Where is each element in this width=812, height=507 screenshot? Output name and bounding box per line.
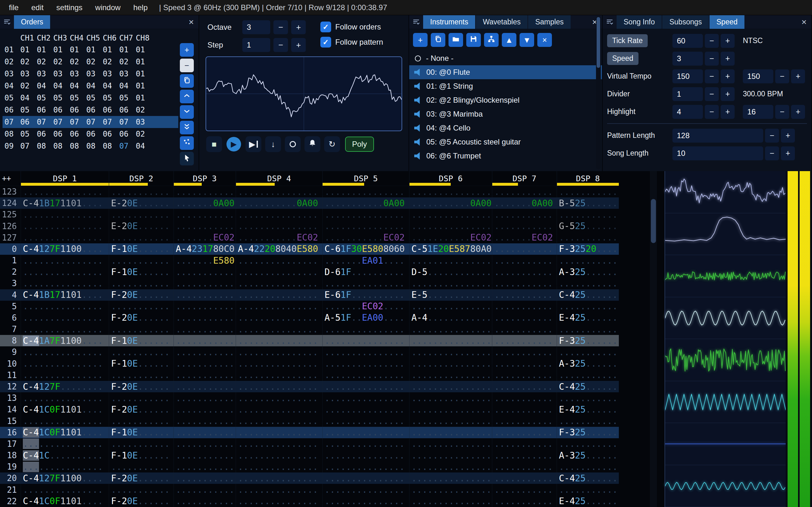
pattern-cell[interactable]: ........... <box>173 186 236 198</box>
order-move-down-button[interactable] <box>180 105 194 119</box>
pattern-cell[interactable]: ............... <box>409 484 492 495</box>
pattern-cell[interactable]: ........... <box>173 496 236 507</box>
song-length-input[interactable]: 10 <box>672 147 763 160</box>
pattern-cell[interactable]: ............... <box>236 358 322 370</box>
pattern-cell[interactable]: C-51E20E58780A0 <box>409 243 492 255</box>
pattern-cell[interactable]: ........... <box>557 232 619 243</box>
pattern-cell[interactable]: ........... <box>492 496 557 507</box>
pattern-cell[interactable]: ........... <box>173 278 236 289</box>
pattern-cell[interactable]: ............... <box>236 209 322 220</box>
pattern-cell[interactable]: ............... <box>236 415 322 427</box>
divider-increase-button[interactable]: + <box>721 87 734 101</box>
pattern-cell[interactable]: ........... <box>173 312 236 324</box>
pattern-cell[interactable]: G-525...... <box>557 221 619 232</box>
pattern-cell[interactable]: ............... <box>236 472 322 484</box>
pattern-cell[interactable]: ...........EC02 <box>409 232 492 243</box>
pattern-cell[interactable]: E-425...... <box>557 404 619 415</box>
order-deep-clone-button[interactable] <box>180 136 194 150</box>
pattern-cell[interactable]: ............... <box>20 232 109 243</box>
pattern-cell[interactable]: ............... <box>236 278 322 289</box>
pattern-length-decrease-button[interactable]: − <box>765 129 779 143</box>
pattern-cell[interactable]: ............... <box>322 438 409 450</box>
highlight-decrease-button[interactable]: − <box>705 105 719 119</box>
pattern-cell[interactable]: ............... <box>20 324 109 335</box>
channel-header-dsp-7[interactable]: DSP 7 <box>492 171 557 186</box>
speed-input[interactable]: 3 <box>672 52 703 66</box>
pattern-cell[interactable]: A-325...... <box>557 450 619 461</box>
pattern-cell[interactable]: ........... <box>173 461 236 472</box>
pattern-cell[interactable]: ........... <box>173 289 236 301</box>
instrument-item[interactable]: 03: @3 Marimba <box>409 107 602 121</box>
pattern-cell[interactable]: ........... <box>492 324 557 335</box>
pattern-cell[interactable]: ............... <box>236 301 322 312</box>
pattern-cell[interactable]: ........... <box>492 427 557 438</box>
pattern-cell[interactable]: ............... <box>20 186 109 198</box>
pattern-cell[interactable]: ........... <box>109 232 173 243</box>
pattern-cell[interactable]: ........... <box>173 484 236 495</box>
pattern-cell[interactable]: A-51F..EA00.... <box>322 312 409 324</box>
instrument-list-scrollbar[interactable] <box>596 16 601 169</box>
pattern-cell[interactable]: E-20E...... <box>109 221 173 232</box>
pattern-cell[interactable]: ...........0A00 <box>236 198 322 209</box>
pattern-cell[interactable]: F-20E...... <box>109 404 173 415</box>
instrument-open-button[interactable] <box>449 33 463 47</box>
highlight-increase-button[interactable]: + <box>721 105 734 119</box>
song-close-icon[interactable]: × <box>797 15 811 29</box>
pattern-cell[interactable]: ........... <box>557 209 619 220</box>
order-row-05[interactable]: 050405050505050501 <box>3 92 178 104</box>
pattern-cell[interactable]: ............... <box>236 427 322 438</box>
pattern-cell[interactable]: ........... <box>109 209 173 220</box>
pattern-cell[interactable]: ........... <box>492 346 557 358</box>
pattern-cell[interactable]: ............... <box>20 370 109 381</box>
pattern-cell[interactable]: ............... <box>20 484 109 495</box>
pattern-cell[interactable]: ........... <box>557 278 619 289</box>
pattern-cell[interactable]: F-20E...... <box>109 472 173 484</box>
pattern-cell[interactable]: ............... <box>409 438 492 450</box>
instrument-save-button[interactable] <box>466 33 481 47</box>
pattern-cell[interactable]: F-10E...... <box>109 427 173 438</box>
pattern-cell[interactable]: ........... <box>109 346 173 358</box>
pattern-cell[interactable]: A-422208040E580 <box>236 243 322 255</box>
virtual-tempo-input[interactable]: 150 <box>672 69 703 83</box>
pattern-cell[interactable]: ............... <box>409 209 492 220</box>
instrument-add-button[interactable]: + <box>413 33 427 47</box>
virtual-tempo-increase-button-2[interactable]: + <box>791 69 805 83</box>
pattern-cell[interactable]: ........... <box>109 255 173 266</box>
pattern-cell[interactable]: ............... <box>409 255 492 266</box>
instrument-duplicate-button[interactable] <box>431 33 445 47</box>
pattern-cell[interactable]: ............... <box>20 461 109 472</box>
pattern-cell[interactable]: ........... <box>492 255 557 266</box>
pattern-cell[interactable]: F-10E...... <box>109 266 173 278</box>
pattern-cell[interactable]: ............... <box>236 346 322 358</box>
pattern-cell[interactable]: ........... <box>492 415 557 427</box>
pattern-cell[interactable]: ............... <box>236 450 322 461</box>
instrument-item[interactable]: 01: @1 String <box>409 79 602 93</box>
pattern-cell[interactable]: ........... <box>557 301 619 312</box>
channel-header-dsp-1[interactable]: DSP 1 <box>20 171 109 186</box>
pattern-cell[interactable]: ............... <box>322 346 409 358</box>
pattern-cell[interactable]: F-10E...... <box>109 450 173 461</box>
pattern-cell[interactable]: F-20E...... <box>109 312 173 324</box>
pattern-cell[interactable]: ............... <box>409 496 492 507</box>
pattern-cell[interactable]: ............... <box>409 472 492 484</box>
pattern-cell[interactable]: ............... <box>20 415 109 427</box>
pattern-cell[interactable]: F-20E...... <box>109 381 173 392</box>
pattern-cell[interactable]: ........... <box>109 392 173 404</box>
pattern-cell[interactable]: ............... <box>409 450 492 461</box>
pattern-cell[interactable]: ........... <box>492 404 557 415</box>
virtual-tempo-increase-button[interactable]: + <box>721 69 734 83</box>
pattern-cell[interactable]: ........... <box>557 324 619 335</box>
tab-orders[interactable]: Orders <box>14 15 50 29</box>
pattern-cell[interactable]: ............... <box>236 186 322 198</box>
pattern-cell[interactable]: C-425...... <box>557 472 619 484</box>
pattern-cell[interactable]: ............... <box>236 370 322 381</box>
pattern-cell[interactable]: ...........EC02 <box>236 232 322 243</box>
pattern-cell[interactable]: F-20E...... <box>109 289 173 301</box>
pattern-cell[interactable]: ............... <box>409 346 492 358</box>
instrument-item[interactable]: - None - <box>409 51 602 65</box>
pattern-cell[interactable]: ............... <box>20 346 109 358</box>
tab-subsongs[interactable]: Subsongs <box>662 15 709 29</box>
pattern-cell[interactable]: E-5............ <box>409 289 492 301</box>
scrollbar-thumb[interactable] <box>651 199 656 243</box>
pattern-cell[interactable]: ........... <box>492 312 557 324</box>
